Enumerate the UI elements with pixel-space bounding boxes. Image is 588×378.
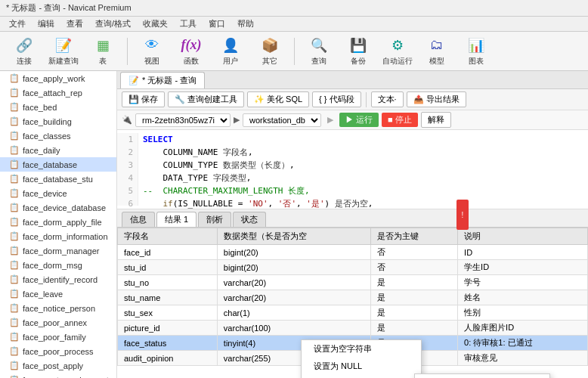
tab-profiling[interactable]: 剖析	[198, 212, 231, 227]
connection-icon: 🔌	[122, 115, 132, 125]
sidebar-item-database[interactable]: 📋 face_database	[0, 157, 116, 172]
autorun-button[interactable]: ⚙ 自动运行	[379, 35, 416, 68]
sidebar-item[interactable]: 📋 face_leave	[0, 287, 116, 301]
sidebar-item[interactable]: 📋 face_dorm_msg	[0, 258, 116, 272]
stop-button[interactable]: ■ 停止	[382, 113, 418, 127]
export-button[interactable]: 📤 导出结果	[407, 91, 466, 107]
toolbar-sep-2	[294, 38, 295, 65]
menu-view[interactable]: 查看	[60, 17, 89, 31]
cell-field: stu_name	[118, 290, 218, 305]
table-icon: 📋	[9, 231, 20, 241]
menu-tools[interactable]: 工具	[174, 17, 203, 31]
cm-set-empty[interactable]: 设置为空字符串	[302, 340, 421, 358]
menu-bar: 文件 编辑 查看 查询/格式 收藏夹 工具 窗口 帮助	[0, 17, 588, 32]
db-arrow-icon: ▶	[234, 115, 240, 125]
sidebar-item[interactable]: 📋 face_bed	[0, 100, 116, 114]
cell-type: bigint(20)	[217, 245, 370, 260]
cm-delete-record[interactable]: 删除记录	[302, 375, 421, 378]
table-button[interactable]: ▦ 表	[85, 35, 121, 68]
cell-nullable: 是	[370, 290, 457, 305]
table-row[interactable]: stu_sex char(1) 是 性别	[118, 305, 588, 321]
save-icon: 💾	[128, 94, 139, 104]
query-tab-icon: 📝	[128, 76, 139, 85]
func-button[interactable]: f(x) 函数	[173, 35, 209, 68]
user-button[interactable]: 👤 用户	[212, 35, 249, 68]
connect-button[interactable]: 🔗 连接	[6, 35, 42, 68]
cell-type: bigint(20)	[217, 260, 370, 275]
user-icon: 👤	[221, 36, 240, 54]
tab-info[interactable]: 信息	[122, 212, 155, 227]
table-icon: 📋	[9, 160, 20, 169]
table-row[interactable]: stu_id bigint(20) 否 学生ID	[118, 260, 588, 275]
query-tab-active[interactable]: 📝 * 无标题 - 查询	[120, 72, 205, 88]
menu-favorites[interactable]: 收藏夹	[137, 17, 174, 31]
database-select[interactable]: workstation_db	[243, 113, 321, 127]
connection-select[interactable]: rm-2zetn83n05wz7i	[135, 113, 231, 127]
sidebar-item[interactable]: 📋 face_identify_record	[0, 272, 116, 287]
backup-button[interactable]: 💾 备份	[340, 35, 376, 68]
save-button[interactable]: 💾 保存	[122, 91, 165, 107]
sm-insert[interactable]: Insert 语句	[415, 374, 549, 378]
cell-comment: 审核意见	[458, 351, 588, 366]
table-icon: 📋	[9, 131, 20, 141]
sidebar-item[interactable]: 📋 face_dorm_information	[0, 229, 116, 243]
sidebar-item-apply[interactable]: 📋 face_post_apply	[0, 358, 116, 373]
sidebar-item[interactable]: 📋 face_poor_annex	[0, 315, 116, 330]
view-button[interactable]: 👁 视图	[134, 35, 170, 68]
table-row[interactable]: face_id bigint(20) 否 ID	[118, 245, 588, 260]
table-icon: 📋	[9, 346, 20, 356]
table-icon: 📋	[9, 303, 20, 313]
cell-nullable: 是	[370, 321, 457, 336]
sidebar-item[interactable]: 📋 face_classes	[0, 129, 116, 143]
tab-result1[interactable]: 结果 1	[156, 212, 197, 227]
sidebar-item[interactable]: 📋 face_dorm_manager	[0, 243, 116, 258]
sidebar-item[interactable]: 📋 face_notice_person	[0, 301, 116, 315]
cell-type: varchar(20)	[217, 290, 370, 305]
cell-comment: ID	[458, 245, 588, 260]
run-button[interactable]: ▶ 运行	[339, 113, 379, 127]
menu-help[interactable]: 帮助	[231, 17, 260, 31]
table-row[interactable]: stu_name varchar(20) 是 姓名	[118, 290, 588, 305]
tab-bar: 📝 * 无标题 - 查询	[117, 71, 588, 89]
menu-file[interactable]: 文件	[3, 17, 32, 31]
sidebar-item-building[interactable]: 📋 face_building	[0, 114, 116, 129]
cell-field: stu_no	[118, 275, 218, 290]
autorun-icon: ⚙	[388, 36, 407, 54]
table-icon: 📋	[9, 145, 20, 155]
table-row[interactable]: picture_id varchar(100) 是 人脸库图片ID	[118, 321, 588, 336]
menu-edit[interactable]: 编辑	[32, 17, 60, 31]
table-icon: 📋	[9, 174, 20, 184]
beautify-button[interactable]: ✨ 美化 SQL	[247, 91, 309, 107]
sidebar-item[interactable]: 📋 face_attach_rep	[0, 85, 116, 100]
table-row[interactable]: stu_no varchar(20) 是 学号	[118, 275, 588, 290]
cell-comment: 人脸库图片ID	[458, 321, 588, 336]
tab-status[interactable]: 状态	[233, 212, 266, 227]
cm-set-null[interactable]: 设置为 NULL	[302, 358, 421, 375]
new-query-button[interactable]: 📝 新建查询	[45, 35, 82, 68]
query-builder-icon: 🔧	[175, 94, 185, 104]
query-icon: 🔍	[310, 36, 328, 54]
menu-window[interactable]: 窗口	[203, 17, 231, 31]
table-icon: 📋	[9, 102, 20, 112]
sidebar-item[interactable]: 📋 face_daily	[0, 143, 116, 157]
code-content[interactable]: SELECT COLUMN_NAME 字段名, COLUMN_TYPE 数据类型…	[138, 133, 588, 206]
chart-button[interactable]: 📊 图表	[458, 35, 494, 68]
cell-field: audit_opinion	[118, 351, 218, 366]
query-builder-button[interactable]: 🔧 查询创建工具	[168, 91, 244, 107]
sidebar-item[interactable]: 📋 face_database_stu	[0, 172, 116, 186]
menu-query-format[interactable]: 查询/格式	[89, 17, 137, 31]
code-block-button[interactable]: { } 代码段	[312, 91, 361, 107]
sidebar-item[interactable]: 📋 face_apply_work	[0, 71, 116, 85]
other-button[interactable]: 📦 其它	[252, 35, 288, 68]
model-button[interactable]: 🗂 模型	[419, 35, 455, 68]
sidebar-item[interactable]: 📋 face_device_database	[0, 200, 116, 215]
explain-button[interactable]: 解释	[421, 112, 451, 128]
sidebar-item[interactable]: 📋 face_post_employment	[0, 373, 116, 378]
title-text: * 无标题 - 查询 - Navicat Premium	[6, 2, 132, 14]
sidebar-item[interactable]: 📋 face_poor_process	[0, 344, 116, 358]
query-button[interactable]: 🔍 查询	[301, 35, 337, 68]
sidebar-item[interactable]: 📋 face_poor_family	[0, 330, 116, 344]
sidebar-item[interactable]: 📋 face_dorm_apply_file	[0, 215, 116, 229]
sidebar-item[interactable]: 📋 face_device	[0, 186, 116, 200]
text-button[interactable]: 文本·	[371, 91, 404, 107]
